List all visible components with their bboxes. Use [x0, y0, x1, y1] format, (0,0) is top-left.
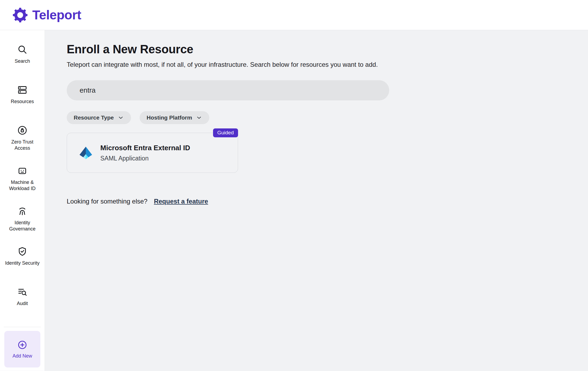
request-feature-link[interactable]: Request a feature — [154, 198, 208, 205]
search-icon — [17, 44, 28, 55]
microsoft-entra-icon — [78, 145, 93, 160]
hosting-platform-filter-button[interactable]: Hosting Platform — [140, 111, 209, 124]
zero-trust-access-icon — [17, 125, 28, 136]
enroll-resource-page: Enroll a New Resource Teleport can integ… — [45, 30, 588, 371]
resource-card-subtitle: SAML Application — [100, 155, 190, 162]
teleport-logo-text: Teleport — [32, 8, 81, 22]
machine-workload-id-icon — [17, 165, 28, 176]
resource-card-title: Microsoft Entra External ID — [100, 144, 190, 152]
sidebar-item-audit[interactable]: Audit — [0, 285, 45, 326]
sidebar-item-label: Zero Trust Access — [3, 139, 41, 152]
page-title: Enroll a New Resource — [67, 43, 572, 56]
resources-icon — [17, 85, 28, 95]
sidebar: Search Resources Zero Trust Access — [0, 30, 45, 371]
teleport-gear-icon — [12, 7, 28, 23]
chevron-down-icon — [196, 114, 202, 121]
resource-type-filter-label: Resource Type — [74, 114, 114, 121]
sidebar-item-label: Audit — [17, 300, 28, 307]
identity-security-icon — [17, 246, 28, 257]
sidebar-item-machine-workload-id[interactable]: Machine & Workload ID — [0, 164, 45, 205]
resource-search-input[interactable] — [67, 80, 389, 100]
sidebar-item-identity-governance[interactable]: Identity Governance — [0, 205, 45, 245]
sidebar-item-zero-trust-access[interactable]: Zero Trust Access — [0, 124, 45, 164]
sidebar-divider — [4, 327, 41, 327]
sidebar-item-search[interactable]: Search — [0, 43, 45, 83]
app-root: Teleport Search Resources — [0, 0, 588, 371]
filter-row: Resource Type Hosting Platform — [67, 111, 572, 124]
guided-badge: Guided — [213, 128, 238, 137]
sidebar-item-label: Identity Security — [5, 260, 40, 266]
resource-type-filter-button[interactable]: Resource Type — [67, 111, 131, 124]
resource-card-microsoft-entra[interactable]: Guided Microsoft Entra External ID SAML … — [67, 133, 238, 173]
main-frame: Search Resources Zero Trust Access — [0, 30, 588, 371]
hosting-platform-filter-label: Hosting Platform — [147, 114, 192, 121]
footer-text: Looking for something else? — [67, 198, 147, 205]
sidebar-item-label: Resources — [11, 99, 34, 105]
topbar: Teleport — [0, 0, 588, 30]
footer-row: Looking for something else? Request a fe… — [67, 198, 572, 205]
chevron-down-icon — [118, 114, 124, 121]
teleport-logo[interactable]: Teleport — [12, 7, 81, 23]
add-new-label: Add New — [12, 353, 32, 359]
resource-card-text: Microsoft Entra External ID SAML Applica… — [100, 144, 190, 162]
sidebar-item-identity-security[interactable]: Identity Security — [0, 245, 45, 285]
identity-governance-icon — [17, 206, 28, 216]
sidebar-item-label: Identity Governance — [3, 220, 41, 232]
sidebar-item-label: Machine & Workload ID — [3, 179, 41, 192]
sidebar-item-resources[interactable]: Resources — [0, 83, 45, 124]
page-subtitle: Teleport can integrate with most, if not… — [67, 61, 572, 68]
audit-icon — [17, 286, 28, 297]
sidebar-item-label: Search — [15, 58, 30, 64]
sidebar-add-new-button[interactable]: Add New — [4, 331, 40, 368]
plus-circle-icon — [17, 340, 27, 350]
